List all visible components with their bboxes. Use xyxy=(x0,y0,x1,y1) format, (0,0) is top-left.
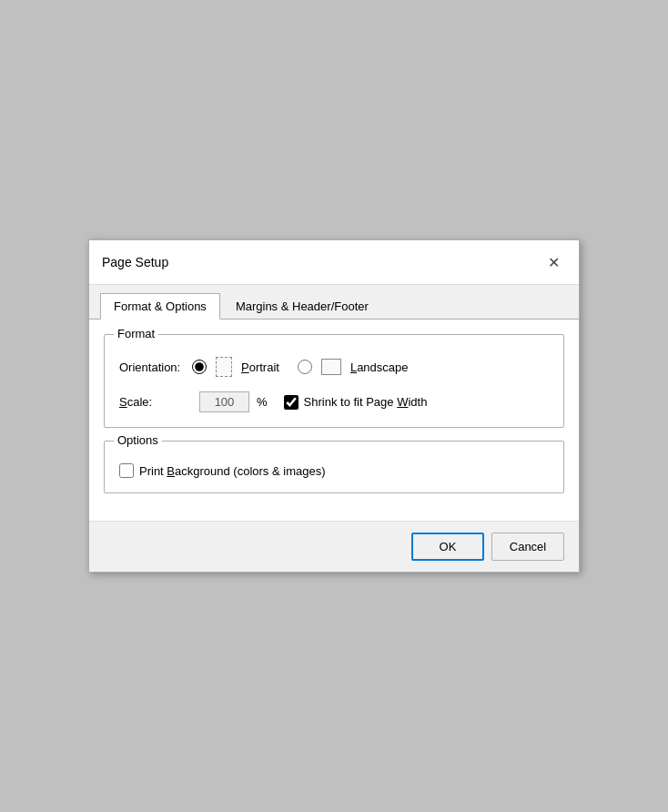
tabs-bar: Format & Options Margins & Header/Footer xyxy=(89,285,579,320)
shrink-to-fit-checkbox[interactable] xyxy=(284,395,299,410)
portrait-radio[interactable] xyxy=(192,360,207,374)
shrink-to-fit-option[interactable]: Shrink to fit Page Width xyxy=(284,395,428,410)
page-setup-dialog: Page Setup ✕ Format & Options Margins & … xyxy=(88,239,580,573)
percent-label: % xyxy=(257,395,268,409)
scale-label: Scale: xyxy=(119,395,192,409)
print-background-option[interactable]: Print Background (colors & images) xyxy=(119,463,549,478)
title-bar: Page Setup ✕ xyxy=(89,240,579,285)
dialog-title: Page Setup xyxy=(102,255,168,269)
dialog-body: Format Orientation: PPortraitortrait xyxy=(89,320,579,521)
landscape-radio[interactable] xyxy=(298,360,312,374)
options-row: Print Background (colors & images) xyxy=(119,463,549,478)
print-background-label: Print Background (colors & images) xyxy=(139,464,325,478)
landscape-icon xyxy=(321,359,341,375)
scale-row: Scale: % Shrink to fit Page Width xyxy=(119,391,549,412)
format-group: Format Orientation: PPortraitortrait xyxy=(104,334,564,428)
close-button[interactable]: ✕ xyxy=(541,249,566,275)
landscape-label: Landscape xyxy=(350,360,409,374)
orientation-label: Orientation: xyxy=(119,360,192,374)
shrink-to-fit-label: Shrink to fit Page Width xyxy=(304,395,428,409)
orientation-row: Orientation: PPortraitortrait Landsca xyxy=(119,357,549,377)
options-group: Options Print Background (colors & image… xyxy=(104,441,564,493)
tab-format-options[interactable]: Format & Options xyxy=(100,293,220,320)
options-group-label: Options xyxy=(114,433,162,447)
landscape-option[interactable]: Landscape xyxy=(298,359,409,375)
portrait-icon xyxy=(216,357,232,377)
portrait-option[interactable]: PPortraitortrait xyxy=(192,357,279,377)
scale-input[interactable] xyxy=(199,391,249,412)
ok-button[interactable]: OK xyxy=(411,533,484,561)
dialog-footer: OK Cancel xyxy=(89,521,579,572)
print-background-checkbox[interactable] xyxy=(119,463,134,478)
portrait-label: PPortraitortrait xyxy=(241,360,279,374)
cancel-button[interactable]: Cancel xyxy=(491,533,564,561)
tab-margins-header-footer[interactable]: Margins & Header/Footer xyxy=(222,293,382,320)
radio-group-orientation: PPortraitortrait Landscape xyxy=(192,357,409,377)
format-group-label: Format xyxy=(114,327,158,340)
